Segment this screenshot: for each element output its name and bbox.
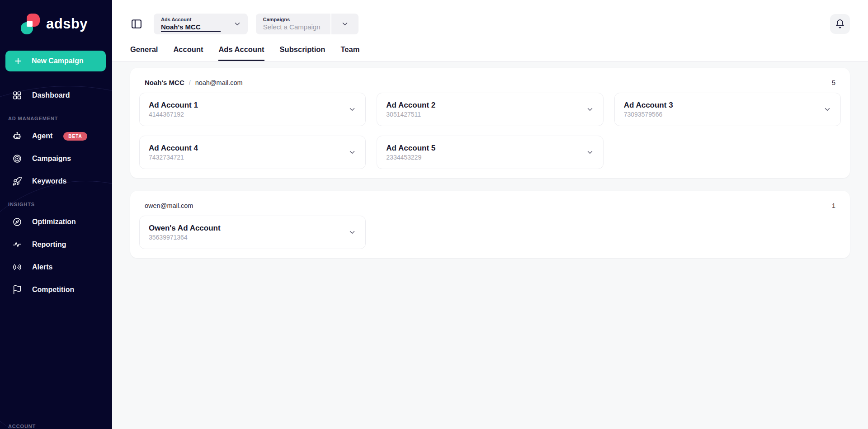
- chevron-down-icon: [348, 228, 356, 236]
- section-label-account: ACCOUNT: [0, 415, 36, 429]
- tab-account[interactable]: Account: [173, 45, 203, 61]
- chevron-down-icon: [341, 20, 349, 28]
- main-area: Ads Account Noah's MCC Campaigns Select …: [112, 0, 868, 429]
- tab-ads-account[interactable]: Ads Account: [218, 45, 264, 61]
- sidebar-item-label: Competition: [32, 286, 74, 294]
- sidebar-item-label: Optimization: [32, 218, 76, 226]
- ad-account-name: Ad Account 2: [386, 101, 435, 110]
- new-campaign-label: New Campaign: [32, 57, 84, 65]
- ad-account-id: 3051427511: [386, 111, 435, 118]
- new-campaign-button[interactable]: New Campaign: [5, 51, 106, 71]
- ads-account-dropdown[interactable]: Ads Account Noah's MCC: [154, 14, 248, 34]
- brand-name: adsby: [46, 16, 88, 32]
- beta-badge: BETA: [63, 132, 87, 141]
- sidebar-item-alerts[interactable]: Alerts: [0, 256, 112, 278]
- topbar: Ads Account Noah's MCC Campaigns Select …: [112, 0, 868, 61]
- ad-account-id: 2334453229: [386, 154, 435, 161]
- sidebar-item-label: Dashboard: [32, 91, 70, 99]
- ad-account-id: 35639971364: [149, 234, 221, 241]
- compass-icon: [12, 217, 22, 227]
- ad-account-id: 7432734721: [149, 154, 198, 161]
- ads-account-dropdown-label: Ads Account: [161, 16, 221, 23]
- sidebar-item-label: Keywords: [32, 177, 66, 185]
- chevron-down-icon: [348, 105, 356, 113]
- campaigns-dropdown-label: Campaigns: [263, 16, 324, 23]
- sidebar-item-reporting[interactable]: Reporting: [0, 233, 112, 256]
- chevron-down-icon: [586, 105, 594, 113]
- ad-account-name: Owen's Ad Account: [149, 224, 221, 233]
- sidebar-nav: Dashboard AD MANAGEMENT Agent BETA Campa…: [0, 84, 112, 301]
- chevron-down-icon: [227, 20, 248, 28]
- sidebar-item-dashboard[interactable]: Dashboard: [0, 84, 112, 107]
- sidebar-item-label: Reporting: [32, 240, 66, 249]
- ad-account-id: 4144367192: [149, 111, 198, 118]
- robot-icon: [12, 131, 22, 141]
- ad-account-dropdown-4[interactable]: Ad Account 4 7432734721: [139, 136, 366, 169]
- campaigns-dropdown-placeholder: Select a Campaign: [263, 23, 324, 32]
- sidebar-item-label: Campaigns: [32, 155, 71, 163]
- section-label-insights: INSIGHTS: [0, 193, 112, 211]
- sidebar-item-competition[interactable]: Competition: [0, 278, 112, 301]
- owen-group-header: owen@mail.com 1: [139, 199, 841, 216]
- sidebar-toggle-icon: [130, 18, 143, 30]
- flag-icon: [12, 285, 22, 295]
- campaigns-dropdown-chevron-button[interactable]: [331, 14, 359, 34]
- activity-icon: [12, 240, 22, 250]
- ad-account-dropdown-owen[interactable]: Owen's Ad Account 35639971364: [139, 216, 366, 249]
- target-icon: [12, 154, 22, 164]
- sidebar-toggle-button[interactable]: [130, 18, 143, 30]
- ad-account-dropdown-1[interactable]: Ad Account 1 4144367192: [139, 93, 366, 126]
- ad-account-id: 73093579566: [624, 111, 673, 118]
- adsby-logo-icon: [21, 14, 41, 34]
- mcc-group-header: Noah's MCC / noah@mail.com 5: [139, 76, 841, 93]
- sidebar: adsby New Campaign Dashboard AD MANAGEME…: [0, 0, 112, 429]
- sidebar-item-label: Alerts: [32, 263, 52, 271]
- breadcrumb-separator: /: [189, 79, 191, 86]
- account-count-badge: 1: [832, 202, 838, 209]
- owner-email: owen@mail.com: [145, 202, 193, 209]
- settings-tabs: General Account Ads Account Subscription…: [130, 45, 850, 61]
- ad-account-name: Ad Account 1: [149, 101, 198, 110]
- account-count-badge: 5: [832, 79, 838, 86]
- tab-subscription[interactable]: Subscription: [280, 45, 326, 61]
- ad-account-grid: Ad Account 1 4144367192 Ad Account 2 305…: [139, 93, 841, 169]
- ads-account-dropdown-value: Noah's MCC: [161, 23, 221, 32]
- notifications-button[interactable]: [830, 14, 850, 34]
- ad-account-name: Ad Account 3: [624, 101, 673, 110]
- owen-group-card: owen@mail.com 1 Owen's Ad Account 356399…: [130, 191, 850, 258]
- ad-account-name: Ad Account 4: [149, 144, 198, 153]
- sidebar-item-optimization[interactable]: Optimization: [0, 211, 112, 233]
- campaigns-dropdown[interactable]: Campaigns Select a Campaign: [256, 14, 330, 34]
- sidebar-item-agent[interactable]: Agent BETA: [0, 125, 112, 147]
- tab-team[interactable]: Team: [340, 45, 359, 61]
- sidebar-item-campaigns[interactable]: Campaigns: [0, 147, 112, 170]
- mcc-group-card: Noah's MCC / noah@mail.com 5 Ad Account …: [130, 68, 850, 178]
- sidebar-item-keywords[interactable]: Keywords: [0, 170, 112, 193]
- chevron-down-icon: [348, 148, 356, 156]
- broadcast-icon: [12, 262, 22, 272]
- sidebar-item-label: Agent: [32, 132, 52, 140]
- mcc-owner-name: Noah's MCC: [145, 79, 184, 86]
- ad-account-dropdown-3[interactable]: Ad Account 3 73093579566: [614, 93, 841, 126]
- tab-general[interactable]: General: [130, 45, 158, 61]
- mcc-owner-email: noah@mail.com: [195, 79, 243, 86]
- rocket-icon: [12, 176, 22, 186]
- section-label-ad-management: AD MANAGEMENT: [0, 107, 112, 125]
- brand-logo: adsby: [0, 0, 112, 34]
- chevron-down-icon: [586, 148, 594, 156]
- ad-account-dropdown-5[interactable]: Ad Account 5 2334453229: [377, 136, 603, 169]
- ads-account-content: Noah's MCC / noah@mail.com 5 Ad Account …: [112, 61, 868, 271]
- bell-icon: [835, 19, 845, 29]
- dashboard-grid-icon: [12, 90, 22, 100]
- ad-account-dropdown-2[interactable]: Ad Account 2 3051427511: [377, 93, 603, 126]
- ad-account-name: Ad Account 5: [386, 144, 435, 153]
- chevron-down-icon: [823, 105, 831, 113]
- plus-icon: [14, 57, 23, 66]
